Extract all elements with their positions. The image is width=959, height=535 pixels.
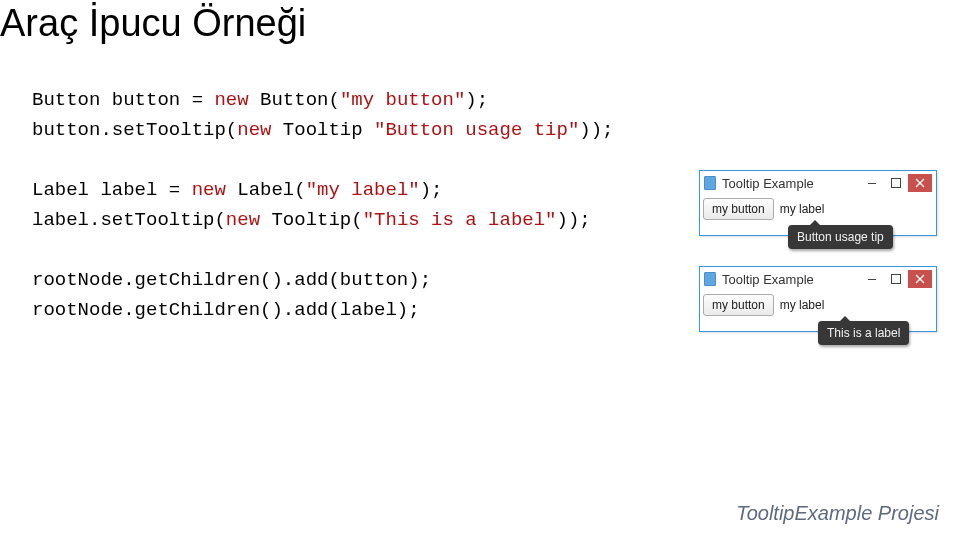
my-label: my label (776, 198, 829, 220)
code-text: rootNode.getChildren().add(button); (32, 269, 431, 291)
app-icon (704, 176, 716, 190)
close-icon (915, 274, 925, 284)
window-tooltip-example-1: Tooltip Example my button my label Butto… (699, 170, 937, 236)
code-text: ); (420, 179, 443, 201)
my-button[interactable]: my button (703, 198, 774, 220)
code-text: rootNode.getChildren().add(label); (32, 299, 420, 321)
window-client: my button my label This is a label (700, 291, 936, 325)
code-block: Button button = new Button("my button");… (32, 85, 614, 325)
footer-text: TooltipExample Projesi (736, 502, 939, 525)
code-text: )); (579, 119, 613, 141)
code-text: button.setTooltip( (32, 119, 237, 141)
close-button[interactable] (908, 270, 932, 288)
code-text: Tooltip (283, 119, 374, 141)
my-button[interactable]: my button (703, 294, 774, 316)
tooltip-button: Button usage tip (788, 225, 893, 249)
window-client: my button my label Button usage tip (700, 195, 936, 229)
minimize-button[interactable] (860, 174, 884, 192)
close-icon (915, 178, 925, 188)
code-text: Tooltip( (271, 209, 362, 231)
code-text: Button button = (32, 89, 214, 111)
code-text: Button( (260, 89, 340, 111)
window-title: Tooltip Example (722, 272, 860, 287)
code-text: )); (557, 209, 591, 231)
code-text: ); (465, 89, 488, 111)
code-text: label.setTooltip( (32, 209, 226, 231)
code-string: "This is a label" (363, 209, 557, 231)
window-titlebar[interactable]: Tooltip Example (700, 267, 936, 291)
app-icon (704, 272, 716, 286)
minimize-button[interactable] (860, 270, 884, 288)
tooltip-label: This is a label (818, 321, 909, 345)
code-text: Label label = (32, 179, 192, 201)
code-keyword: new (214, 89, 260, 111)
code-string: "Button usage tip" (374, 119, 579, 141)
code-keyword: new (226, 209, 272, 231)
example-windows: Tooltip Example my button my label Butto… (699, 170, 947, 362)
code-string: "my label" (306, 179, 420, 201)
code-keyword: new (192, 179, 238, 201)
code-keyword: new (237, 119, 283, 141)
page-title: Araç İpucu Örneği (0, 2, 306, 45)
my-label: my label (776, 294, 829, 316)
code-string: "my button" (340, 89, 465, 111)
window-tooltip-example-2: Tooltip Example my button my label This … (699, 266, 937, 332)
window-title: Tooltip Example (722, 176, 860, 191)
code-text: Label( (237, 179, 305, 201)
maximize-button[interactable] (884, 174, 908, 192)
close-button[interactable] (908, 174, 932, 192)
window-titlebar[interactable]: Tooltip Example (700, 171, 936, 195)
maximize-button[interactable] (884, 270, 908, 288)
